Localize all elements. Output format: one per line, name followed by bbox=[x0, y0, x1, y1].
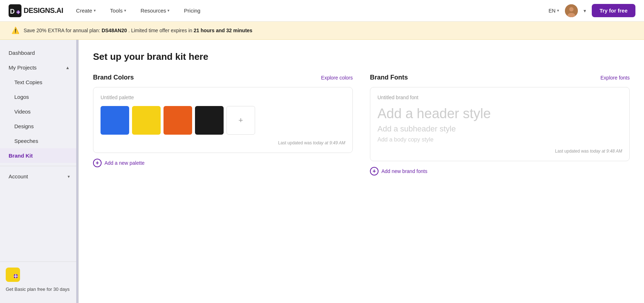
svg-rect-8 bbox=[6, 268, 20, 282]
lang-label: EN bbox=[548, 8, 555, 14]
brand-fonts-section: Brand Fonts Explore fonts Untitled brand… bbox=[370, 74, 630, 175]
add-font-label: Add new brand fonts bbox=[381, 168, 427, 174]
nav-pricing-label: Pricing bbox=[184, 8, 200, 14]
navbar-right: EN ▾ ▾ Try for free bbox=[548, 4, 635, 17]
sidebar-divider bbox=[0, 166, 78, 166]
palette-updated-time: today at 9:49 AM bbox=[313, 140, 345, 145]
dashboard-label: Dashboard bbox=[9, 50, 35, 56]
palette-updated-text: Last updated was bbox=[278, 140, 313, 145]
warning-icon: ⚠️ bbox=[11, 27, 19, 34]
navbar-left: D DESIGNS.AI Create ▾ Tools ▾ Resources … bbox=[9, 4, 202, 17]
font-header-preview: Add a header style bbox=[377, 106, 622, 121]
font-updated: Last updated was today at 9:48 AM bbox=[377, 149, 622, 154]
font-name: Untitled brand font bbox=[377, 95, 622, 100]
font-subheader-preview: Add a subheader style bbox=[377, 124, 622, 134]
promo-text-middle: . Limited time offer expires in bbox=[128, 28, 192, 33]
chevron-down-icon: ▾ bbox=[68, 174, 70, 179]
add-circle-icon: + bbox=[93, 159, 102, 167]
sidebar-bottom: Get Basic plan free for 30 days bbox=[0, 261, 78, 298]
sidebar-logo-icon bbox=[6, 268, 20, 282]
chevron-up-icon: ▲ bbox=[65, 65, 70, 70]
brand-sections: Brand Colors Explore colors Untitled pal… bbox=[93, 74, 630, 175]
color-swatch-orange[interactable] bbox=[164, 106, 192, 135]
sidebar-item-my-projects[interactable]: My Projects ▲ bbox=[0, 60, 78, 75]
sidebar: Dashboard My Projects ▲ Text Copies Logo… bbox=[0, 40, 79, 303]
speeches-label: Speeches bbox=[14, 138, 38, 144]
logo-text: DESIGNS.AI bbox=[24, 6, 63, 15]
promo-text-before: Save 20% EXTRA for annual plan: bbox=[24, 28, 100, 33]
sidebar-item-dashboard[interactable]: Dashboard bbox=[0, 45, 78, 60]
try-free-button[interactable]: Try for free bbox=[592, 4, 635, 17]
account-label: Account bbox=[9, 173, 28, 179]
videos-label: Videos bbox=[14, 109, 31, 115]
svg-point-6 bbox=[569, 7, 574, 11]
add-color-button[interactable]: + bbox=[226, 106, 255, 135]
brand-fonts-title: Brand Fonts bbox=[370, 74, 408, 81]
svg-text:D: D bbox=[10, 8, 15, 15]
add-palette-label: Add a new palette bbox=[104, 160, 145, 166]
nav-tools-label: Tools bbox=[110, 8, 123, 14]
avatar[interactable] bbox=[565, 4, 578, 17]
brand-kit-label: Brand Kit bbox=[9, 153, 33, 159]
sidebar-item-account[interactable]: Account ▾ bbox=[0, 169, 78, 184]
sidebar-item-designs[interactable]: Designs bbox=[0, 119, 78, 134]
promo-code: DS48AN20 bbox=[102, 28, 127, 33]
sidebar-item-speeches[interactable]: Speeches bbox=[0, 134, 78, 148]
logo-svg: D bbox=[9, 4, 21, 17]
promo-time: 21 hours and 32 minutes bbox=[194, 28, 252, 33]
add-font-circle-icon: + bbox=[370, 167, 379, 175]
font-body-preview: Add a body copy style bbox=[377, 136, 622, 143]
explore-colors-link[interactable]: Explore colors bbox=[321, 75, 353, 81]
nav-create[interactable]: Create ▾ bbox=[75, 5, 97, 16]
sidebar-item-logos[interactable]: Logos bbox=[0, 90, 78, 104]
nav-tools[interactable]: Tools ▾ bbox=[109, 5, 128, 16]
palette-card: Untitled palette + Last updated was toda… bbox=[93, 87, 353, 153]
brand-colors-section: Brand Colors Explore colors Untitled pal… bbox=[93, 74, 353, 175]
text-copies-label: Text Copies bbox=[14, 79, 42, 85]
brand-colors-title: Brand Colors bbox=[93, 74, 134, 81]
font-updated-time: today at 9:48 AM bbox=[590, 149, 622, 154]
avatar-chevron[interactable]: ▾ bbox=[584, 8, 586, 14]
chevron-down-icon: ▾ bbox=[94, 8, 96, 13]
nav-pricing[interactable]: Pricing bbox=[182, 5, 202, 16]
chevron-down-icon: ▾ bbox=[557, 8, 559, 13]
palette-updated: Last updated was today at 9:49 AM bbox=[101, 140, 345, 145]
add-palette-button[interactable]: + Add a new palette bbox=[93, 159, 353, 167]
main-content: Set up your brand kit here Brand Colors … bbox=[79, 40, 644, 303]
sidebar-item-brand-kit[interactable]: Brand Kit bbox=[0, 148, 78, 163]
sidebar-item-text-copies[interactable]: Text Copies bbox=[0, 75, 78, 90]
font-updated-text: Last updated was bbox=[555, 149, 590, 154]
designs-label: Designs bbox=[14, 123, 34, 129]
page-title: Set up your brand kit here bbox=[93, 51, 630, 62]
color-swatch-yellow[interactable] bbox=[132, 106, 161, 135]
chevron-down-icon: ▾ bbox=[167, 8, 170, 13]
logo[interactable]: D DESIGNS.AI bbox=[9, 4, 63, 17]
promo-banner: ⚠️ Save 20% EXTRA for annual plan: DS48A… bbox=[0, 21, 644, 40]
nav-resources[interactable]: Resources ▾ bbox=[139, 5, 171, 16]
sidebar-item-videos[interactable]: Videos bbox=[0, 104, 78, 119]
chevron-down-icon: ▾ bbox=[124, 8, 126, 13]
palette-name: Untitled palette bbox=[101, 95, 345, 100]
explore-fonts-link[interactable]: Explore fonts bbox=[600, 75, 630, 81]
language-selector[interactable]: EN ▾ bbox=[548, 8, 559, 14]
my-projects-label: My Projects bbox=[9, 64, 36, 71]
app-layout: Dashboard My Projects ▲ Text Copies Logo… bbox=[0, 40, 644, 303]
nav-create-label: Create bbox=[76, 8, 92, 14]
brand-fonts-header: Brand Fonts Explore fonts bbox=[370, 74, 630, 81]
color-swatch-blue[interactable] bbox=[101, 106, 129, 135]
brand-colors-header: Brand Colors Explore colors bbox=[93, 74, 353, 81]
sidebar-upsell-text: Get Basic plan free for 30 days bbox=[6, 286, 73, 293]
promo-text: Save 20% EXTRA for annual plan: DS48AN20… bbox=[24, 28, 252, 33]
nav-resources-label: Resources bbox=[141, 8, 166, 14]
color-swatch-black[interactable] bbox=[195, 106, 224, 135]
avatar-icon bbox=[565, 4, 578, 17]
navbar: D DESIGNS.AI Create ▾ Tools ▾ Resources … bbox=[0, 0, 644, 21]
logos-label: Logos bbox=[14, 94, 29, 100]
add-font-button[interactable]: + Add new brand fonts bbox=[370, 167, 630, 175]
color-swatches: + bbox=[101, 106, 345, 135]
font-card: Untitled brand font Add a header style A… bbox=[370, 87, 630, 161]
sidebar-scrollbar[interactable] bbox=[76, 40, 78, 303]
